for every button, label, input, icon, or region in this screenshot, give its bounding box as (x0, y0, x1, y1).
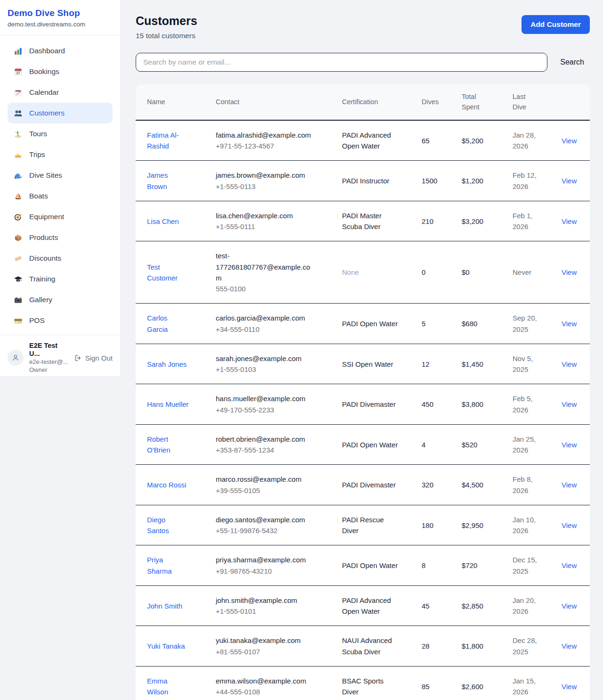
search-button[interactable]: Search (560, 58, 584, 66)
customer-total-spent: $4,500 (462, 465, 513, 505)
table-row: Carlos Garcia carlos.garcia@example.com … (136, 304, 590, 344)
camera-icon (13, 295, 23, 305)
customer-phone: +1-555-0113 (216, 181, 338, 192)
customer-last-dive: Feb 12, 2026 (513, 161, 550, 201)
sidebar-item-bookings[interactable]: 17 Bookings (8, 61, 113, 82)
view-customer-link[interactable]: View (562, 360, 577, 368)
view-customer-link[interactable]: View (562, 441, 577, 449)
customer-name-link[interactable]: Fatima Al-Rashid (147, 130, 189, 152)
credit-card-icon (13, 316, 23, 325)
customer-name-link[interactable]: Robert O'Brien (147, 434, 189, 456)
sidebar-item-boats[interactable]: Boats (8, 186, 113, 206)
customer-email: hans.mueller@example.com (216, 393, 316, 404)
customers-table: Name Contact Certification Dives Total S… (136, 84, 590, 700)
customer-name-link[interactable]: James Brown (147, 170, 189, 192)
customer-certification: PADI Advanced Open Water (342, 130, 399, 152)
customer-total-spent: $1,200 (462, 161, 513, 201)
customer-name-link[interactable]: Emma Wilson (147, 675, 189, 698)
customer-total-spent: $520 (462, 424, 513, 465)
view-customer-link[interactable]: View (562, 137, 577, 145)
people-icon (13, 108, 23, 118)
sidebar-item-calendar[interactable]: Calendar (8, 82, 113, 103)
customer-dives: 85 (422, 666, 462, 700)
sidebar: Demo Dive Shop demo.test.divestreams.com… (0, 0, 121, 377)
customers-table-card: Name Contact Certification Dives Total S… (136, 84, 590, 700)
sidebar-item-pos[interactable]: POS (8, 310, 113, 331)
customer-email: test-1772681807767@example.com (216, 250, 316, 283)
spiral-calendar-icon (13, 88, 23, 97)
search-input[interactable] (136, 53, 547, 72)
customer-name-link[interactable]: Diego Santos (147, 514, 189, 536)
customer-name-link[interactable]: John Smith (147, 601, 182, 611)
customer-total-spent: $0 (462, 241, 513, 304)
sidebar-item-label: Boats (29, 192, 48, 200)
customer-name-link[interactable]: Carlos Garcia (147, 313, 189, 335)
customer-total-spent: $2,950 (462, 505, 513, 545)
customer-name-link[interactable]: Lisa Chen (147, 216, 179, 227)
sign-out-button[interactable]: Sign Out (74, 354, 113, 362)
sidebar-item-tours[interactable]: Tours (8, 124, 113, 144)
view-customer-link[interactable]: View (562, 642, 577, 650)
sidebar-item-trips[interactable]: Trips (8, 144, 113, 165)
table-row: Robert O'Brien robert.obrien@example.com… (136, 424, 590, 465)
customer-name-link[interactable]: Sarah Jones (147, 359, 187, 370)
sidebar-item-equipment[interactable]: Equipment (8, 206, 113, 227)
sign-out-label: Sign Out (85, 354, 113, 362)
customer-last-dive: Never (513, 241, 550, 304)
customer-name-link[interactable]: Yuki Tanaka (147, 641, 185, 651)
sidebar-item-label: POS (29, 316, 45, 325)
sidebar-item-dive-sites[interactable]: Dive Sites (8, 165, 113, 186)
table-row: Marco Rossi marco.rossi@example.com +39-… (136, 465, 590, 505)
customer-dives: 12 (422, 344, 462, 384)
view-customer-link[interactable]: View (562, 481, 577, 489)
customer-name-link[interactable]: Priya Sharma (147, 554, 189, 576)
column-header-total-spent: Total Spent (462, 84, 513, 120)
customer-certification: PADI Open Water (342, 318, 398, 329)
view-customer-link[interactable]: View (562, 683, 577, 691)
customer-email: robert.obrien@example.com (216, 434, 316, 445)
view-customer-link[interactable]: View (562, 400, 577, 408)
view-customer-link[interactable]: View (562, 177, 577, 185)
avatar (8, 350, 24, 366)
view-customer-link[interactable]: View (562, 320, 577, 328)
table-row: Emma Wilson emma.wilson@example.com +44-… (136, 666, 590, 700)
customer-name-link[interactable]: Test Customer (147, 262, 189, 284)
table-row: Priya Sharma priya.sharma@example.com +9… (136, 545, 590, 586)
customer-phone: +55-11-99876-5432 (216, 525, 338, 536)
customer-total-spent: $1,450 (462, 344, 513, 384)
sidebar-item-label: Gallery (29, 296, 52, 304)
sidebar-nav: Dashboard 17 Bookings Calendar Customers… (0, 35, 120, 335)
customer-phone: +1-555-0101 (216, 606, 338, 617)
view-customer-link[interactable]: View (562, 217, 577, 225)
view-customer-link[interactable]: View (562, 268, 577, 276)
sidebar-item-gallery[interactable]: Gallery (8, 289, 113, 310)
customer-last-dive: Jan 20, 2026 (513, 585, 550, 626)
sidebar-item-label: Dashboard (29, 47, 65, 55)
sidebar-item-dashboard[interactable]: Dashboard (8, 41, 113, 61)
sidebar-item-training[interactable]: Training (8, 269, 113, 289)
sidebar-item-customers[interactable]: Customers (8, 103, 113, 124)
customer-email: fatima.alrashid@example.com (216, 130, 316, 140)
customer-last-dive: Sep 20, 2025 (513, 304, 550, 344)
add-customer-button[interactable]: Add Customer (522, 15, 590, 34)
calendar-date-icon: 17 (13, 67, 23, 76)
sidebar-item-products[interactable]: Products (8, 227, 113, 248)
user-meta: E2E Test U... e2e-tester@... Owner (29, 342, 68, 374)
sidebar-item-label: Training (29, 275, 55, 283)
sidebar-item-discounts[interactable]: Discounts (8, 248, 113, 269)
main-content: Customers 15 total customers Add Custome… (121, 0, 603, 700)
svg-text:17: 17 (16, 71, 20, 75)
column-header-name: Name (136, 84, 216, 120)
customer-name-link[interactable]: Hans Mueller (147, 399, 188, 410)
customer-phone: 555-0100 (216, 283, 338, 294)
customer-email: john.smith@example.com (216, 595, 316, 606)
customer-last-dive: Jan 10, 2026 (513, 505, 550, 545)
view-customer-link[interactable]: View (562, 561, 577, 569)
customer-phone: +49-170-555-2233 (216, 404, 338, 415)
view-customer-link[interactable]: View (562, 602, 577, 610)
table-row: John Smith john.smith@example.com +1-555… (136, 585, 590, 626)
customer-name-link[interactable]: Marco Rossi (147, 479, 186, 490)
view-customer-link[interactable]: View (562, 521, 577, 529)
person-icon (11, 354, 20, 362)
customer-last-dive: Dec 15, 2025 (513, 545, 550, 586)
